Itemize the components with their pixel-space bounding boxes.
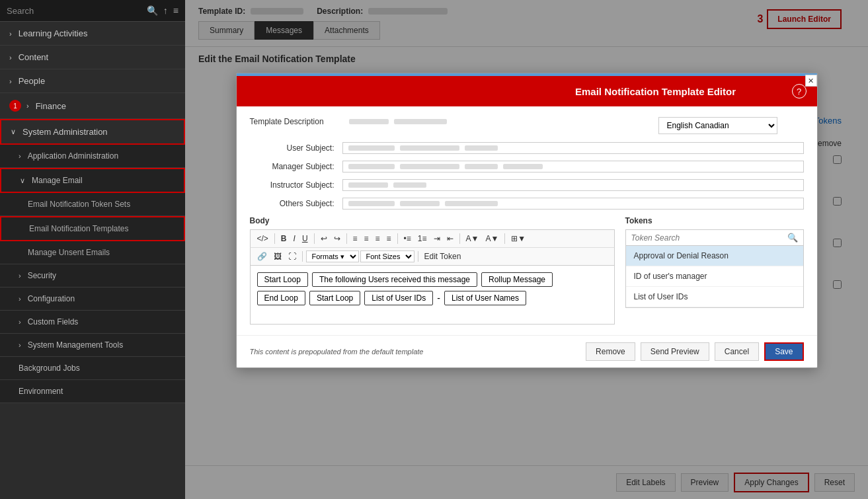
desc-placeholder-2 — [394, 119, 447, 124]
token-rollup-message[interactable]: Rollup Message — [481, 272, 553, 287]
font-color-btn[interactable]: A▼ — [463, 233, 482, 245]
chevron-right-icon: › — [19, 341, 21, 349]
instructor-subject-content — [348, 182, 798, 188]
modal-body: Template Description English Canadian — [237, 106, 817, 335]
sidebar-nav: › Learning Activities › Content › People… — [0, 22, 185, 499]
token-start-loop-2[interactable]: Start Loop — [309, 291, 360, 305]
table-btn[interactable]: ⊞▼ — [508, 233, 528, 245]
token-item-manager-id[interactable]: ID of user's manager — [626, 266, 803, 287]
outdent-btn[interactable]: ⇤ — [444, 233, 456, 245]
token-item-list-user-ids[interactable]: List of User IDs — [626, 287, 803, 307]
bold-btn[interactable]: B — [278, 233, 290, 245]
token-list-user-names[interactable]: List of User Names — [444, 291, 526, 305]
modal-header: Email Notification Template Editor ? — [237, 76, 817, 106]
others-subject-input[interactable] — [342, 198, 804, 210]
search-icon[interactable]: 🔍 — [147, 5, 158, 16]
user-subject-label: User Subject: — [250, 143, 342, 153]
language-select[interactable]: English Canadian — [658, 117, 777, 134]
sidebar-item-security[interactable]: › Security — [0, 264, 185, 288]
manager-subject-label: Manager Subject: — [250, 162, 342, 171]
align-right-btn[interactable]: ≡ — [373, 233, 383, 245]
sidebar-item-token-sets[interactable]: Email Notification Token Sets — [0, 193, 185, 216]
send-preview-button[interactable]: Send Preview — [641, 342, 709, 361]
italic-btn[interactable]: I — [291, 233, 298, 245]
help-icon[interactable]: ? — [792, 84, 807, 98]
bg-color-btn[interactable]: A▼ — [483, 233, 501, 245]
token-list-user-ids[interactable]: List of User IDs — [364, 291, 433, 305]
sep7 — [302, 251, 303, 262]
instructor-subject-input[interactable] — [342, 179, 804, 191]
modal-footer: This content is prepopulated from the de… — [237, 335, 817, 367]
user-subject-input[interactable] — [342, 142, 804, 154]
sidebar-item-environment[interactable]: Environment — [0, 380, 185, 403]
token-search-box[interactable]: 🔍 — [625, 229, 804, 246]
desc-placeholder-1 — [349, 119, 389, 124]
sidebar-item-manage-email[interactable]: ∨ Manage Email — [0, 168, 185, 193]
others-subject-content — [348, 201, 798, 206]
underline-btn[interactable]: U — [299, 233, 311, 245]
sidebar-item-system-mgmt[interactable]: › System Management Tools — [0, 334, 185, 357]
tokens-section: Tokens 🔍 Approval or Denial Reason ID of… — [625, 216, 804, 325]
align-center-btn[interactable]: ≡ — [362, 233, 372, 245]
sidebar: 🔍 ↑ ≡ › Learning Activities › Content › … — [0, 0, 185, 499]
sidebar-item-learning[interactable]: › Learning Activities — [0, 22, 185, 46]
remove-button[interactable]: Remove — [586, 342, 635, 361]
token-end-loop[interactable]: End Loop — [257, 291, 305, 305]
sidebar-item-people[interactable]: › People — [0, 69, 185, 93]
tokens-label: Tokens — [625, 216, 804, 225]
sidebar-item-system-admin[interactable]: ∨ System Administration — [0, 119, 185, 145]
chevron-right-icon: › — [19, 295, 21, 303]
sidebar-item-app-admin[interactable]: › Application Administration — [0, 145, 185, 168]
edit-token-btn[interactable]: Edit Token — [422, 250, 464, 262]
ul-btn[interactable]: •≡ — [401, 233, 414, 245]
token-search-input[interactable] — [631, 233, 787, 243]
redo-btn[interactable]: ↪ — [331, 233, 343, 245]
close-icon[interactable]: ✕ — [805, 75, 817, 87]
align-justify-btn[interactable]: ≡ — [384, 233, 394, 245]
ol-btn[interactable]: 1≡ — [415, 233, 430, 245]
modal-overlay: ✕ Email Notification Template Editor ? T… — [185, 0, 868, 499]
chevron-right-icon: › — [19, 272, 21, 280]
list-icon[interactable]: ≡ — [173, 5, 178, 16]
align-left-btn[interactable]: ≡ — [350, 233, 360, 245]
search-bar[interactable]: 🔍 ↑ ≡ — [0, 0, 185, 22]
badge-1: 1 — [9, 100, 21, 112]
code-btn[interactable]: </> — [255, 233, 271, 245]
chevron-right-icon: › — [19, 318, 21, 326]
sidebar-item-custom-fields[interactable]: › Custom Fields — [0, 311, 185, 334]
sidebar-item-content[interactable]: › Content — [0, 46, 185, 69]
editor-content[interactable]: Start Loop The following Users received … — [250, 265, 615, 325]
token-start-loop[interactable]: Start Loop — [257, 272, 308, 287]
search-input[interactable] — [7, 6, 141, 16]
body-label: Body — [250, 216, 615, 225]
sidebar-item-configuration[interactable]: › Configuration — [0, 288, 185, 311]
fullscreen-btn[interactable]: ⛶ — [286, 250, 299, 262]
manager-subject-content — [348, 164, 798, 169]
token-dash: - — [437, 293, 440, 303]
undo-btn[interactable]: ↩ — [318, 233, 330, 245]
save-button[interactable]: Save — [764, 342, 803, 361]
template-desc-section: Template Description English Canadian — [250, 117, 804, 134]
sidebar-item-finance[interactable]: 1 › Finance — [0, 93, 185, 119]
sidebar-item-bg-jobs[interactable]: Background Jobs — [0, 357, 185, 380]
image-btn[interactable]: 🖼 — [271, 250, 284, 262]
sidebar-item-unsent-emails[interactable]: Manage Unsent Emails — [0, 241, 185, 264]
token-following-users[interactable]: The following Users received this messag… — [312, 272, 477, 287]
formats-dropdown[interactable]: Formats ▾ — [306, 250, 359, 262]
token-search-icon: 🔍 — [787, 233, 798, 243]
modal-dialog: ✕ Email Notification Template Editor ? T… — [236, 73, 818, 368]
font-sizes-dropdown[interactable]: Font Sizes — [360, 250, 414, 262]
chevron-down-icon: ∨ — [20, 176, 25, 185]
body-section: Body </> B I U ↩ ↪ — [250, 216, 615, 325]
token-item-approval[interactable]: Approval or Denial Reason — [626, 246, 803, 266]
sep1 — [274, 233, 275, 244]
sidebar-sub-manage-email: Email Notification Token Sets Email Noti… — [0, 193, 185, 264]
sidebar-item-templates[interactable]: Email Notification Templates — [0, 216, 185, 241]
sort-icon[interactable]: ↑ — [163, 5, 168, 16]
cancel-button[interactable]: Cancel — [715, 342, 759, 361]
manager-subject-input[interactable] — [342, 161, 804, 173]
indent-btn[interactable]: ⇥ — [431, 233, 443, 245]
chevron-down-icon: ∨ — [11, 128, 16, 136]
template-desc-label: Template Description — [250, 117, 342, 126]
link-btn[interactable]: 🔗 — [255, 250, 270, 262]
